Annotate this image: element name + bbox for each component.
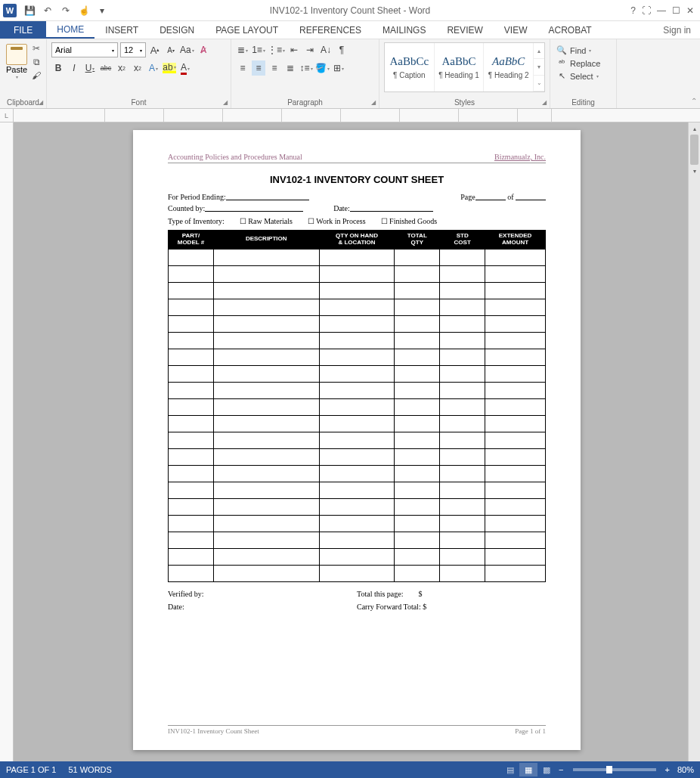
redo-button[interactable]: ↷ bbox=[57, 2, 74, 19]
table-cell[interactable] bbox=[395, 448, 440, 465]
style-scroll-down-icon[interactable]: ▾ bbox=[534, 59, 544, 75]
table-cell[interactable] bbox=[169, 515, 214, 532]
table-cell[interactable] bbox=[169, 465, 214, 482]
table-cell[interactable] bbox=[213, 532, 319, 548]
table-cell[interactable] bbox=[440, 299, 485, 315]
superscript-button[interactable]: x2 bbox=[131, 60, 144, 76]
tab-page-layout[interactable]: PAGE LAYOUT bbox=[205, 21, 289, 39]
table-cell[interactable] bbox=[395, 398, 440, 415]
strikethrough-button[interactable]: abc bbox=[99, 60, 113, 76]
table-cell[interactable] bbox=[213, 282, 319, 299]
font-color-button[interactable]: A bbox=[178, 60, 192, 76]
qat-customize-button[interactable]: ▾ bbox=[94, 2, 110, 19]
touch-mode-button[interactable]: ☝ bbox=[76, 2, 92, 19]
table-cell[interactable] bbox=[485, 515, 546, 532]
table-cell[interactable] bbox=[319, 365, 395, 382]
scroll-thumb[interactable] bbox=[690, 135, 698, 165]
table-cell[interactable] bbox=[213, 515, 319, 532]
table-cell[interactable] bbox=[169, 282, 214, 299]
table-cell[interactable] bbox=[485, 315, 546, 332]
table-cell[interactable] bbox=[395, 349, 440, 365]
table-cell[interactable] bbox=[440, 532, 485, 548]
table-cell[interactable] bbox=[395, 515, 440, 532]
undo-button[interactable]: ↶ bbox=[39, 2, 56, 19]
format-painter-button[interactable]: 🖌 bbox=[30, 70, 42, 82]
table-cell[interactable] bbox=[169, 249, 214, 265]
multilevel-list-button[interactable]: ⋮≡ bbox=[268, 42, 285, 57]
table-cell[interactable] bbox=[485, 398, 546, 415]
table-cell[interactable] bbox=[440, 448, 485, 465]
styles-launcher-icon[interactable]: ◢ bbox=[542, 99, 547, 106]
table-cell[interactable] bbox=[485, 532, 546, 548]
table-cell[interactable] bbox=[169, 565, 214, 581]
font-name-select[interactable]: Arial▾ bbox=[51, 42, 118, 57]
shrink-font-button[interactable]: A▾ bbox=[164, 42, 178, 57]
highlight-button[interactable]: ab bbox=[163, 63, 176, 73]
table-cell[interactable] bbox=[485, 332, 546, 349]
numbering-button[interactable]: 1≡ bbox=[252, 42, 265, 57]
table-cell[interactable] bbox=[319, 515, 395, 532]
table-cell[interactable] bbox=[395, 282, 440, 299]
font-size-select[interactable]: 12▾ bbox=[120, 42, 146, 57]
table-cell[interactable] bbox=[395, 432, 440, 448]
document-area[interactable]: Accounting Policies and Procedures Manua… bbox=[14, 122, 700, 761]
status-words[interactable]: 51 WORDS bbox=[68, 765, 111, 774]
table-cell[interactable] bbox=[485, 448, 546, 465]
table-cell[interactable] bbox=[319, 548, 395, 565]
table-cell[interactable] bbox=[440, 415, 485, 432]
table-cell[interactable] bbox=[485, 432, 546, 448]
sort-button[interactable]: A↓ bbox=[319, 42, 333, 57]
align-left-button[interactable]: ≡ bbox=[236, 60, 249, 76]
tab-view[interactable]: VIEW bbox=[494, 21, 538, 39]
table-cell[interactable] bbox=[485, 565, 546, 581]
table-cell[interactable] bbox=[440, 565, 485, 581]
table-cell[interactable] bbox=[319, 415, 395, 432]
tab-acrobat[interactable]: ACROBAT bbox=[537, 21, 602, 39]
table-cell[interactable] bbox=[213, 349, 319, 365]
table-cell[interactable] bbox=[395, 482, 440, 498]
align-right-button[interactable]: ≡ bbox=[268, 60, 281, 76]
table-cell[interactable] bbox=[319, 465, 395, 482]
table-cell[interactable] bbox=[485, 365, 546, 382]
table-cell[interactable] bbox=[169, 299, 214, 315]
table-cell[interactable] bbox=[485, 299, 546, 315]
table-cell[interactable] bbox=[440, 515, 485, 532]
font-launcher-icon[interactable]: ◢ bbox=[223, 99, 228, 106]
find-button[interactable]: 🔍Find ▾ bbox=[555, 44, 612, 57]
table-cell[interactable] bbox=[485, 282, 546, 299]
table-cell[interactable] bbox=[319, 315, 395, 332]
table-cell[interactable] bbox=[169, 498, 214, 515]
table-cell[interactable] bbox=[395, 382, 440, 398]
table-cell[interactable] bbox=[213, 249, 319, 265]
table-cell[interactable] bbox=[213, 265, 319, 282]
table-cell[interactable] bbox=[440, 482, 485, 498]
table-cell[interactable] bbox=[440, 315, 485, 332]
show-marks-button[interactable]: ¶ bbox=[335, 42, 348, 57]
style-scroll-more-icon[interactable]: ⌄ bbox=[534, 76, 544, 91]
table-cell[interactable] bbox=[485, 265, 546, 282]
table-cell[interactable] bbox=[169, 532, 214, 548]
justify-button[interactable]: ≣ bbox=[283, 60, 297, 76]
borders-button[interactable]: ⊞ bbox=[332, 60, 345, 76]
table-cell[interactable] bbox=[319, 249, 395, 265]
increase-indent-button[interactable]: ⇥ bbox=[303, 42, 317, 57]
align-center-button[interactable]: ≡ bbox=[252, 60, 265, 76]
table-cell[interactable] bbox=[395, 532, 440, 548]
table-cell[interactable] bbox=[319, 448, 395, 465]
clipboard-launcher-icon[interactable]: ◢ bbox=[39, 99, 43, 106]
paragraph-launcher-icon[interactable]: ◢ bbox=[371, 99, 376, 106]
vertical-ruler[interactable] bbox=[0, 122, 14, 761]
table-cell[interactable] bbox=[319, 332, 395, 349]
tab-home[interactable]: HOME bbox=[46, 21, 94, 39]
table-cell[interactable] bbox=[169, 349, 214, 365]
table-cell[interactable] bbox=[395, 498, 440, 515]
table-cell[interactable] bbox=[213, 382, 319, 398]
grow-font-button[interactable]: A▴ bbox=[148, 42, 162, 57]
help-icon[interactable]: ? bbox=[630, 5, 636, 16]
table-cell[interactable] bbox=[440, 349, 485, 365]
table-cell[interactable] bbox=[169, 415, 214, 432]
table-cell[interactable] bbox=[395, 332, 440, 349]
table-cell[interactable] bbox=[395, 249, 440, 265]
table-cell[interactable] bbox=[213, 498, 319, 515]
table-cell[interactable] bbox=[319, 565, 395, 581]
